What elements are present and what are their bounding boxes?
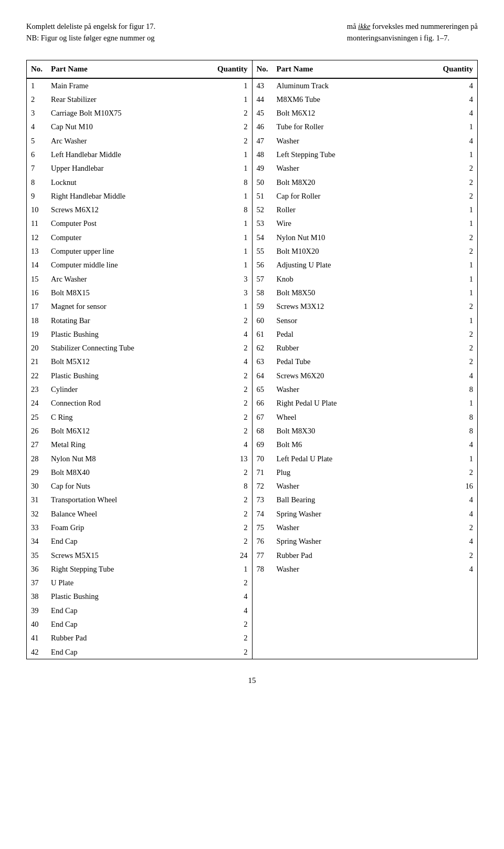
table-row: 15 Arc Washer 3 — [27, 272, 252, 286]
part-no: 28 — [27, 452, 47, 465]
table-row: 72 Washer 16 — [253, 479, 478, 493]
table-row: 44 M8XM6 Tube 4 — [253, 92, 478, 106]
part-name: Foam Grip — [47, 521, 213, 534]
part-qty: 1 — [213, 216, 252, 230]
part-no: 53 — [253, 216, 272, 230]
header-right-line3: monteringsanvisningen i fig. 1–7. — [347, 34, 449, 42]
table-row: 49 Washer 2 — [253, 161, 478, 175]
part-name: Metal Ring — [47, 438, 213, 451]
part-name: Roller — [272, 203, 439, 216]
part-qty: 4 — [213, 355, 252, 368]
header-right: må ikke forveksles med nummereringen på … — [347, 21, 478, 44]
table-row: 42 End Cap 2 — [27, 645, 252, 659]
part-name: Nylon Nut M10 — [272, 231, 439, 244]
part-no: 42 — [27, 645, 47, 659]
table-row: 54 Nylon Nut M10 2 — [253, 231, 478, 244]
part-qty: 1 — [438, 203, 477, 216]
part-name: Cap Nut M10 — [47, 120, 213, 133]
part-name: Bolt M10X20 — [272, 244, 439, 258]
table-row: 21 Bolt M5X12 4 — [27, 355, 252, 368]
part-qty: 2 — [438, 355, 477, 368]
part-name: C Ring — [47, 410, 213, 424]
table-row: 56 Adjusting U Plate 1 — [253, 258, 478, 272]
right-col-no: No. — [253, 60, 272, 78]
parts-tables: No. Part Name Quantity 1 Main Frame 1 2 … — [26, 60, 478, 659]
table-row: 7 Upper Handlebar 1 — [27, 161, 252, 175]
table-row: 13 Computer upper line 1 — [27, 244, 252, 258]
table-row: 63 Pedal Tube 2 — [253, 355, 478, 368]
part-no: 10 — [27, 203, 47, 216]
part-name: Screws M6X20 — [272, 369, 439, 382]
part-name: Cylinder — [47, 382, 213, 396]
part-qty: 2 — [438, 231, 477, 244]
part-no: 55 — [253, 244, 272, 258]
table-row: 9 Right Handlebar Middle 1 — [27, 189, 252, 203]
part-name: Tube for Roller — [272, 120, 439, 133]
table-row: 10 Screws M6X12 8 — [27, 203, 252, 216]
table-row: 38 Plastic Bushing 4 — [27, 589, 252, 603]
part-name: End Cap — [47, 645, 213, 659]
table-row: 59 Screws M3X12 2 — [253, 299, 478, 313]
table-row: 45 Bolt M6X12 4 — [253, 106, 478, 120]
part-name: Magnet for sensor — [47, 299, 213, 313]
table-row: 61 Pedal 2 — [253, 327, 478, 341]
table-row: 48 Left Stepping Tube 1 — [253, 148, 478, 161]
table-row: 27 Metal Ring 4 — [27, 438, 252, 451]
table-row: 77 Rubber Pad 2 — [253, 548, 478, 562]
part-name: Arc Washer — [47, 272, 213, 286]
table-row: 32 Balance Wheel 2 — [27, 507, 252, 521]
part-no: 47 — [253, 134, 272, 148]
part-qty: 1 — [438, 286, 477, 299]
part-no: 57 — [253, 272, 272, 286]
right-col-quantity: Quantity — [438, 60, 477, 78]
part-name: Sensor — [272, 314, 439, 327]
table-row: 66 Right Pedal U Plate 1 — [253, 396, 478, 410]
part-name: Rotating Bar — [47, 314, 213, 327]
part-qty: 3 — [213, 272, 252, 286]
table-row: 46 Tube for Roller 1 — [253, 120, 478, 133]
part-no: 8 — [27, 175, 47, 189]
part-name: Pedal — [272, 327, 439, 341]
part-qty: 4 — [438, 78, 477, 92]
part-qty: 4 — [438, 562, 477, 576]
part-no: 59 — [253, 299, 272, 313]
part-name: Wire — [272, 216, 439, 230]
part-no: 45 — [253, 106, 272, 120]
part-name: Bolt M8X30 — [272, 424, 439, 438]
part-name: Carriage Bolt M10X75 — [47, 106, 213, 120]
part-no: 25 — [27, 410, 47, 424]
part-qty: 2 — [438, 548, 477, 562]
part-qty: 1 — [213, 562, 252, 576]
part-no: 77 — [253, 548, 272, 562]
part-qty: 4 — [213, 589, 252, 603]
part-qty: 4 — [438, 507, 477, 521]
part-no: 29 — [27, 465, 47, 479]
part-qty: 1 — [438, 272, 477, 286]
page-header: Komplett deleliste på engelsk for figur … — [26, 21, 478, 44]
part-name: Computer middle line — [47, 258, 213, 272]
part-name: Plastic Bushing — [47, 369, 213, 382]
part-no: 70 — [253, 452, 272, 465]
part-no: 69 — [253, 438, 272, 451]
part-name: Balance Wheel — [47, 507, 213, 521]
part-name: Connection Rod — [47, 396, 213, 410]
part-qty: 1 — [438, 120, 477, 133]
part-qty: 1 — [438, 314, 477, 327]
part-name: Screws M3X12 — [272, 299, 439, 313]
part-no: 51 — [253, 189, 272, 203]
table-row: 33 Foam Grip 2 — [27, 521, 252, 534]
table-row: 20 Stabilizer Connecting Tube 2 — [27, 341, 252, 355]
part-name: Rubber Pad — [272, 548, 439, 562]
part-qty: 1 — [438, 396, 477, 410]
part-name: Bolt M8X15 — [47, 286, 213, 299]
part-qty: 2 — [213, 382, 252, 396]
table-row: 6 Left Handlebar Middle 1 — [27, 148, 252, 161]
table-row: 35 Screws M5X15 24 — [27, 548, 252, 562]
part-qty: 8 — [213, 479, 252, 493]
part-no: 68 — [253, 424, 272, 438]
header-right-italic: ikke — [358, 22, 370, 30]
part-name: Washer — [272, 479, 439, 493]
table-row: 78 Washer 4 — [253, 562, 478, 576]
table-row: 60 Sensor 1 — [253, 314, 478, 327]
part-name: Computer Post — [47, 216, 213, 230]
